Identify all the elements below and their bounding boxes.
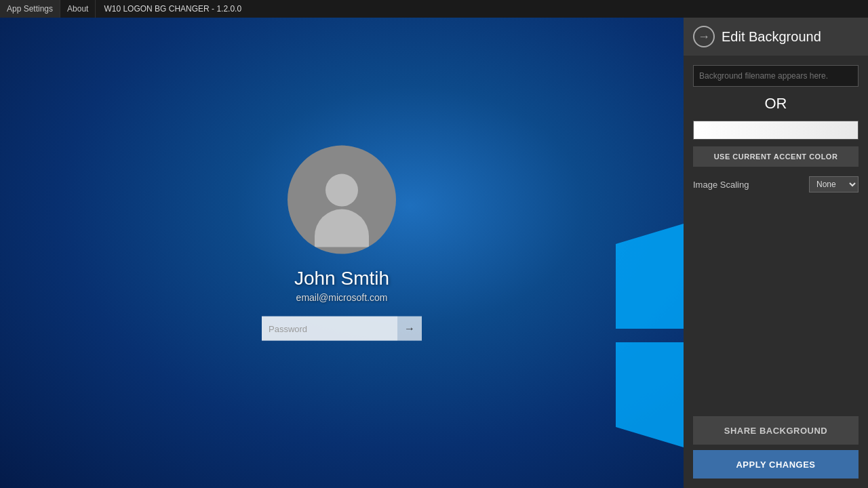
password-submit-button[interactable]: → bbox=[397, 317, 422, 341]
image-scaling-row: Image Scaling None Fill Fit Stretch Tile… bbox=[693, 176, 859, 192]
color-picker-bar[interactable] bbox=[693, 121, 859, 140]
avatar bbox=[288, 146, 396, 254]
svg-marker-0 bbox=[616, 224, 684, 329]
background-filename-input[interactable] bbox=[693, 65, 859, 87]
share-background-button[interactable]: SHARE BACKGROUND bbox=[693, 416, 859, 445]
panel-title-text: Edit Background bbox=[722, 29, 821, 45]
svg-marker-1 bbox=[616, 342, 684, 447]
about-menu[interactable]: About bbox=[60, 0, 96, 18]
use-accent-color-button[interactable]: USE CURRENT ACCENT COLOR bbox=[693, 146, 859, 167]
login-ui: John Smtih email@microsoft.com → bbox=[262, 146, 422, 341]
avatar-body bbox=[315, 209, 369, 247]
preview-area: John Smtih email@microsoft.com → bbox=[0, 18, 684, 488]
app-title: W10 LOGON BG CHANGER - 1.2.0.0 bbox=[96, 0, 250, 18]
avatar-person bbox=[315, 174, 369, 254]
or-divider: OR bbox=[693, 95, 859, 113]
image-scaling-select[interactable]: None Fill Fit Stretch Tile Center bbox=[809, 176, 859, 192]
avatar-head bbox=[326, 174, 358, 207]
panel-footer: SHARE BACKGROUND APPLY CHANGES bbox=[684, 409, 868, 488]
panel-title-icon: → bbox=[693, 26, 715, 47]
password-row: → bbox=[262, 317, 422, 341]
apply-changes-button[interactable]: APPLY CHANGES bbox=[693, 450, 859, 479]
right-panel: 🔒 Lock Windows ✎ Edit Background → Edit … bbox=[684, 0, 868, 488]
user-email: email@microsoft.com bbox=[296, 292, 388, 303]
windows-logo bbox=[541, 224, 684, 447]
panel-spacer bbox=[684, 237, 868, 409]
user-name: John Smtih bbox=[294, 268, 389, 289]
panel-content: OR USE CURRENT ACCENT COLOR Image Scalin… bbox=[684, 56, 868, 237]
image-scaling-label: Image Scaling bbox=[693, 180, 749, 190]
titlebar: App Settings About W10 LOGON BG CHANGER … bbox=[0, 0, 868, 18]
password-input[interactable] bbox=[262, 317, 397, 341]
panel-title-row: → Edit Background bbox=[684, 18, 868, 56]
about-label: About bbox=[67, 4, 88, 14]
app-settings-label: App Settings bbox=[7, 4, 53, 14]
app-settings-menu[interactable]: App Settings bbox=[0, 0, 60, 18]
